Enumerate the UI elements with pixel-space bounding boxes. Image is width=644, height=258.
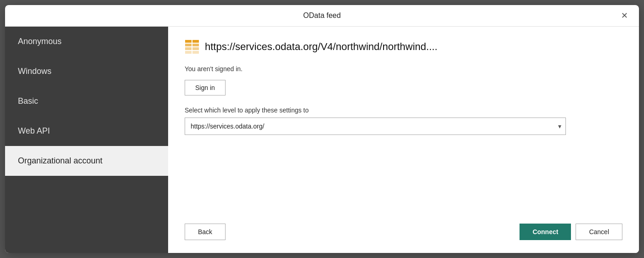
signed-in-message: You aren't signed in. [185, 65, 622, 73]
svg-rect-4 [185, 47, 192, 50]
svg-rect-1 [192, 40, 199, 43]
sidebar-item-web-api[interactable]: Web API [5, 116, 168, 146]
level-select-wrapper: https://services.odata.org/ https://serv… [185, 118, 566, 135]
level-select[interactable]: https://services.odata.org/ https://serv… [185, 118, 566, 135]
odata-feed-dialog: OData feed ✕ Anonymous Windows Basic Web… [5, 5, 639, 253]
url-row: https://services.odata.org/V4/northwind/… [185, 39, 622, 54]
svg-rect-0 [185, 40, 192, 43]
back-button[interactable]: Back [185, 224, 226, 240]
sidebar-item-basic[interactable]: Basic [5, 86, 168, 116]
footer-right: Connect Cancel [520, 224, 622, 240]
sign-in-button[interactable]: Sign in [185, 80, 226, 95]
url-display: https://services.odata.org/V4/northwind/… [205, 41, 437, 53]
dialog-title: OData feed [303, 11, 341, 20]
dialog-footer: Back Connect Cancel [185, 218, 622, 242]
sidebar-item-anonymous[interactable]: Anonymous [5, 27, 168, 56]
svg-rect-3 [192, 44, 199, 46]
cancel-button[interactable]: Cancel [576, 224, 622, 240]
level-label: Select which level to apply these settin… [185, 107, 622, 114]
svg-rect-5 [192, 47, 199, 50]
connect-button[interactable]: Connect [520, 224, 571, 240]
sidebar: Anonymous Windows Basic Web API Organiza… [5, 27, 168, 253]
svg-rect-6 [185, 51, 192, 54]
sidebar-item-windows[interactable]: Windows [5, 56, 168, 86]
sidebar-item-organizational-account[interactable]: Organizational account [5, 146, 168, 176]
svg-rect-7 [192, 51, 199, 54]
dialog-header: OData feed ✕ [5, 5, 639, 27]
main-content: https://services.odata.org/V4/northwind/… [168, 27, 639, 253]
dialog-body: Anonymous Windows Basic Web API Organiza… [5, 27, 639, 253]
footer-left: Back [185, 224, 226, 240]
close-button[interactable]: ✕ [618, 10, 631, 22]
odata-icon [185, 39, 199, 54]
svg-rect-2 [185, 44, 192, 46]
